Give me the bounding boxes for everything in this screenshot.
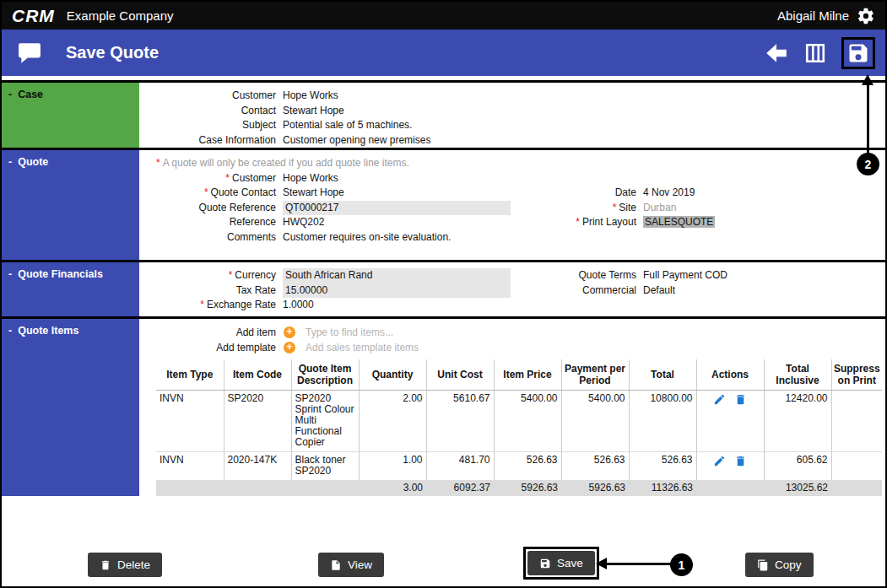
field-case-subject: Subject Potential sale of 5 machines. — [139, 118, 885, 133]
field-case-information: Case Information Customer opening new pr… — [139, 133, 885, 148]
cell-total-inclusive: 605.62 — [764, 451, 831, 480]
settings-gear-icon[interactable] — [857, 7, 875, 25]
delete-button-label: Delete — [117, 558, 150, 571]
user-area: Abigail Milne — [777, 7, 875, 25]
col-item-code: Item Code — [224, 359, 291, 390]
cell-item-type: INVN — [156, 390, 224, 451]
title-bar: Save Quote — [2, 30, 885, 76]
save-icon-highlight-box — [841, 37, 875, 69]
add-item-plus-icon[interactable] — [284, 326, 295, 338]
table-row: INVN SP2020 SP2020 Sprint Colour Multi F… — [156, 390, 882, 451]
field-label: *Site — [511, 201, 636, 216]
top-bar: CRM Example Company Abigail Milne — [2, 2, 885, 30]
cell-quantity: 2.00 — [359, 390, 426, 451]
delete-trash-icon[interactable] — [734, 455, 747, 470]
field-comments: Comments Customer requires on-site evalu… — [139, 230, 885, 245]
cell-actions — [696, 390, 764, 451]
totals-total-inclusive: 13025.62 — [764, 480, 831, 496]
add-item-label: Add item — [139, 326, 276, 338]
col-description: Quote Item Description — [291, 359, 359, 390]
collapse-icon[interactable]: - — [8, 156, 12, 168]
field-value: Customer opening new premises — [276, 133, 430, 148]
col-item-type: Item Type — [156, 359, 224, 390]
required-marker: * — [229, 269, 233, 281]
field-label: Tax Rate — [139, 283, 276, 299]
field-label: Quote Reference — [139, 201, 276, 216]
add-template-plus-icon[interactable] — [284, 342, 295, 353]
required-marker: * — [204, 186, 208, 198]
field-case-contact: Contact Stewart Hope — [139, 104, 885, 119]
add-item-input[interactable] — [306, 326, 517, 338]
field-case-customer: Customer Hope Works — [139, 89, 885, 104]
grid-view-icon[interactable] — [804, 42, 826, 64]
field-label: Case Information — [139, 133, 276, 148]
table-totals-row: 3.00 6092.37 5926.63 5926.63 11326.63 13… — [156, 480, 882, 496]
section-header-quote-financials[interactable]: -Quote Financials — [2, 262, 139, 316]
add-template-row: Add template — [139, 340, 885, 355]
field-label: *Quote Contact — [139, 186, 276, 201]
field-currency-and-terms: *Currency South African Rand Quote Terms… — [139, 268, 885, 283]
quote-contact-field[interactable]: Stewart Hope — [283, 186, 344, 198]
customer-field[interactable]: Hope Works — [283, 172, 338, 184]
section-header-quote-items[interactable]: -Quote Items — [2, 319, 139, 496]
add-template-input[interactable] — [306, 342, 517, 353]
save-icon[interactable] — [846, 41, 870, 65]
back-icon[interactable] — [764, 42, 789, 64]
table-row: INVN 2020-147K Black toner SP2020 1.00 4… — [156, 451, 882, 480]
quote-content: *A quote will only be created if you add… — [139, 150, 885, 260]
field-label: Contact — [139, 104, 276, 119]
collapse-icon[interactable]: - — [8, 325, 12, 337]
reference-field[interactable]: HWQ202 — [283, 216, 324, 228]
save-button-label: Save — [557, 557, 583, 569]
collapse-icon[interactable]: - — [8, 89, 12, 100]
user-name[interactable]: Abigail Milne — [777, 8, 849, 23]
view-button[interactable]: View — [318, 553, 384, 577]
required-marker: * — [200, 299, 204, 310]
annotation-step-1-circle: 1 — [670, 553, 693, 576]
totals-total: 11326.63 — [629, 480, 696, 496]
header-actions — [764, 37, 875, 69]
view-button-label: View — [348, 558, 372, 571]
field-label: Commercial — [511, 283, 636, 299]
exchange-rate-field[interactable]: 1.0000 — [283, 299, 314, 310]
section-header-case[interactable]: -Case — [2, 83, 139, 148]
print-layout-field[interactable]: SALESQUOTE — [643, 216, 715, 228]
quote-items-content: Add item Add template — [139, 319, 885, 496]
totals-item-price: 5926.63 — [494, 480, 561, 496]
field-value: Hope Works — [276, 89, 338, 104]
cell-total-inclusive: 12420.00 — [764, 390, 831, 451]
edit-pencil-icon[interactable] — [713, 393, 726, 408]
annotation-arrow-1-line — [606, 563, 672, 565]
comments-field[interactable]: Customer requires on-site evaluation. — [283, 231, 451, 243]
page-title: Save Quote — [66, 43, 159, 62]
field-label: *Currency — [139, 268, 276, 283]
field-quote-contact-and-date: *Quote Contact Stewart Hope Date 4 Nov 2… — [139, 186, 885, 201]
commercial-field[interactable]: Default — [636, 283, 675, 299]
copy-button[interactable]: Copy — [745, 553, 814, 577]
section-header-quote[interactable]: -Quote — [2, 150, 139, 260]
edit-pencil-icon[interactable] — [713, 455, 726, 470]
quote-terms-field[interactable]: Full Payment COD — [636, 268, 727, 283]
cell-total: 526.63 — [629, 451, 696, 480]
date-field[interactable]: 4 Nov 2019 — [636, 186, 695, 201]
field-label: Reference — [139, 215, 276, 230]
field-label: Date — [511, 186, 636, 201]
col-quantity: Quantity — [359, 359, 426, 390]
company-name: Example Company — [67, 8, 174, 23]
save-button[interactable]: Save — [527, 551, 595, 575]
section-title: Quote — [18, 156, 48, 168]
col-payment-per-period: Payment per Period — [561, 359, 629, 390]
col-unit-cost: Unit Cost — [426, 359, 494, 390]
crm-logo: CRM — [12, 6, 55, 26]
quote-financials-content: *Currency South African Rand Quote Terms… — [139, 262, 885, 316]
cell-item-price: 526.63 — [494, 451, 561, 480]
delete-button[interactable]: Delete — [88, 553, 162, 577]
delete-trash-icon[interactable] — [734, 393, 747, 408]
cell-suppress-on-print — [831, 390, 882, 451]
section-title: Case — [18, 89, 43, 100]
totals-unit-cost: 6092.37 — [426, 480, 494, 496]
field-label: Comments — [139, 230, 276, 245]
collapse-icon[interactable]: - — [8, 268, 12, 280]
cell-item-type: INVN — [156, 451, 224, 480]
copy-button-label: Copy — [775, 558, 802, 571]
